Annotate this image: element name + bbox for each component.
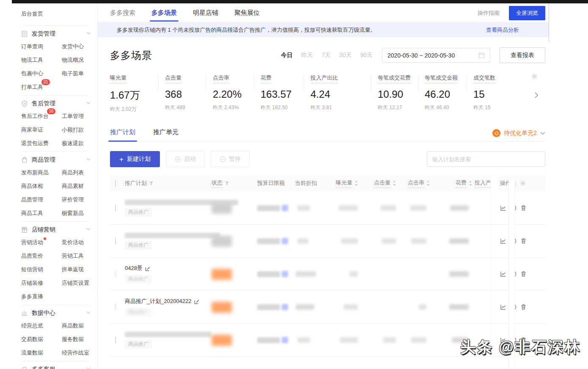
- filter-funnel-icon[interactable]: [225, 181, 229, 186]
- filter-7days[interactable]: 7天: [321, 52, 331, 59]
- optimize-units-dropdown[interactable]: 待优化单元2: [492, 129, 545, 141]
- campaign-search-input[interactable]: [427, 151, 545, 167]
- redacted-impressions: [341, 238, 358, 244]
- pause-button[interactable]: 暂停: [211, 151, 250, 167]
- delete-trash-icon[interactable]: [520, 205, 527, 211]
- start-button[interactable]: 启动: [166, 151, 205, 167]
- sidebar-link[interactable]: 经营总览: [21, 322, 43, 330]
- report-chart-icon[interactable]: [500, 304, 506, 310]
- sidebar-link[interactable]: 店铺装修: [21, 279, 43, 287]
- stats-settings-gear-icon[interactable]: [531, 73, 538, 80]
- redacted-status: [212, 203, 232, 214]
- tab-star-shop[interactable]: 明星店铺: [193, 3, 218, 23]
- sidebar-link[interactable]: 商品列表: [62, 169, 84, 176]
- sidebar-link[interactable]: 评价管理: [62, 196, 84, 204]
- sidebar-link[interactable]: 店铺页设置: [62, 279, 89, 287]
- sidebar-link[interactable]: 发货中心: [62, 43, 84, 50]
- sidebar-link[interactable]: 物流概况: [62, 56, 84, 64]
- sidebar-group-data[interactable]: 数据中心: [21, 309, 97, 317]
- filter-90days[interactable]: 90天: [360, 52, 373, 59]
- filter-today[interactable]: 今日: [281, 52, 293, 59]
- view-report-button[interactable]: 查看报表: [500, 47, 545, 63]
- report-chart-icon[interactable]: [500, 238, 506, 244]
- redacted-clicks: [383, 337, 396, 343]
- select-all-checkbox[interactable]: [115, 180, 116, 187]
- sidebar-link[interactable]: 售后工作台16: [21, 113, 49, 120]
- sidebar-link[interactable]: 商品体检: [21, 182, 43, 190]
- tab-focus-display[interactable]: 聚焦展位: [234, 3, 260, 23]
- sidebar-link[interactable]: 小额打款: [62, 126, 84, 134]
- filter-yesterday[interactable]: 昨天: [301, 52, 313, 59]
- sidebar-item-home[interactable]: 后台首页: [21, 8, 97, 22]
- sidebar-link[interactable]: 物流工具: [21, 56, 43, 64]
- sidebar-link[interactable]: 商品数据: [62, 322, 84, 330]
- edit-icon[interactable]: [194, 299, 200, 304]
- sidebar-link[interactable]: 短信营销: [21, 266, 43, 273]
- delete-trash-icon[interactable]: [520, 304, 527, 310]
- guide-link[interactable]: 操作指南: [478, 9, 500, 17]
- sidebar-link[interactable]: 打单工具31: [21, 83, 43, 91]
- shield-icon: [21, 100, 28, 107]
- sidebar-link[interactable]: 商家举证: [21, 126, 43, 134]
- sort-icon[interactable]: [469, 181, 472, 186]
- tab-ad-units[interactable]: 推广单元: [153, 128, 179, 141]
- app-root: 后台首页 发货管理 订单查询 发货中心 物流工具 物流概况 包裹中心 电子面单 …: [0, 0, 588, 369]
- report-chart-icon[interactable]: [500, 271, 506, 277]
- sidebar-link[interactable]: 品质竞价: [21, 252, 43, 260]
- stat-value: 1.67万: [110, 88, 158, 102]
- stats-next-chevron-icon[interactable]: [534, 92, 539, 99]
- sidebar-link[interactable]: 极速退款: [62, 140, 84, 147]
- fullscreen-button[interactable]: 全屏浏览: [509, 6, 545, 20]
- optimize-label: 待优化单元2: [504, 129, 537, 137]
- sidebar-link[interactable]: 交易数据: [21, 336, 43, 343]
- sidebar-link[interactable]: 服务数据: [62, 336, 84, 343]
- sort-icon[interactable]: [354, 181, 358, 186]
- sidebar-group-service[interactable]: 多多客服: [21, 366, 97, 369]
- edit-icon[interactable]: [145, 266, 151, 271]
- tab-campaigns[interactable]: 推广计划: [110, 128, 135, 141]
- sidebar-link[interactable]: 商品工具: [21, 209, 43, 217]
- sidebar-link[interactable]: 竞价活动: [62, 239, 84, 246]
- redacted-spend: [449, 304, 469, 310]
- sidebar-link[interactable]: 经营作战室: [62, 349, 89, 357]
- create-campaign-button[interactable]: + 新建计划: [110, 151, 160, 167]
- product-analysis-link[interactable]: 查看商品分析: [486, 26, 519, 34]
- sidebar-link[interactable]: 营销工具: [62, 252, 84, 260]
- stat-label: 每笔成交花费: [378, 74, 411, 83]
- delete-trash-icon[interactable]: [520, 238, 527, 244]
- sidebar-link[interactable]: 包裹中心: [21, 70, 43, 77]
- sidebar-group-products[interactable]: 商品管理: [21, 156, 97, 164]
- sidebar-group-marketing[interactable]: 店铺营销: [21, 226, 97, 234]
- row-checkbox[interactable]: [115, 204, 116, 212]
- delete-trash-icon[interactable]: [520, 271, 527, 277]
- filter-funnel-icon[interactable]: [149, 181, 154, 186]
- sidebar-link[interactable]: 退货包运费: [21, 140, 49, 147]
- promo-banner: 多多发现你店铺内有 1 个尚未投放广告的商品很适合广告推广，潜力值很高，投放可快…: [98, 23, 549, 37]
- sort-icon[interactable]: [393, 181, 396, 186]
- row-checkbox[interactable]: [115, 270, 116, 278]
- table-settings-gear-icon[interactable]: [520, 180, 526, 186]
- row-checkbox[interactable]: [115, 303, 116, 311]
- sidebar-link[interactable]: 工单管理: [62, 113, 84, 120]
- report-chart-icon[interactable]: [500, 205, 506, 211]
- sort-icon[interactable]: [426, 181, 430, 186]
- sidebar-group-aftersale[interactable]: 售后管理: [21, 100, 97, 107]
- sidebar-link[interactable]: 多多直播: [21, 293, 43, 300]
- filter-30days[interactable]: 30天: [339, 52, 352, 59]
- row-checkbox[interactable]: [115, 336, 116, 344]
- sidebar-link[interactable]: 商品素材: [62, 182, 84, 190]
- sidebar-link[interactable]: 发布新商品: [21, 169, 49, 176]
- sidebar-group-shipping[interactable]: 发货管理: [21, 30, 97, 38]
- sidebar-link[interactable]: 橱窗新品: [62, 209, 84, 217]
- sidebar-link[interactable]: 流量数据: [21, 349, 43, 357]
- redacted-ctr: [411, 238, 426, 244]
- sidebar-link[interactable]: 品质管理: [21, 196, 43, 204]
- row-checkbox[interactable]: [115, 237, 116, 245]
- sidebar-link[interactable]: 电子面单: [62, 70, 84, 77]
- sidebar-link[interactable]: 拼单返现: [62, 266, 84, 273]
- sidebar-link[interactable]: 订单查询: [21, 43, 43, 50]
- date-range-picker[interactable]: 2020-05-30 ~ 2020-05-30: [382, 48, 490, 63]
- sidebar-link[interactable]: 营销活动: [21, 239, 43, 246]
- tab-duoduo-search[interactable]: 多多搜索: [110, 3, 135, 23]
- tab-duoduo-scene[interactable]: 多多场景: [151, 3, 177, 23]
